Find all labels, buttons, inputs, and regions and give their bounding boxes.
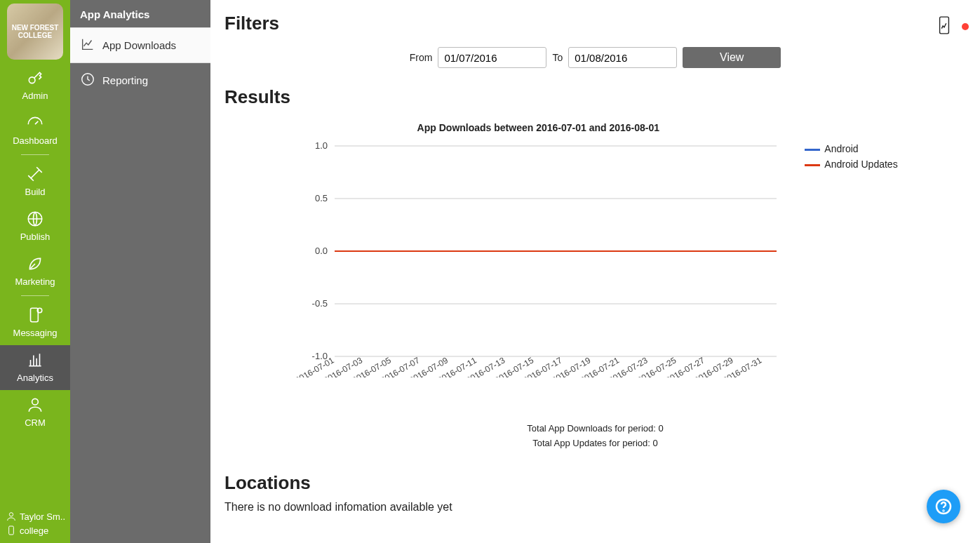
total-downloads: Total App Downloads for period: 0 [224, 422, 966, 436]
user-icon [6, 511, 17, 522]
org-row[interactable]: college [0, 523, 70, 537]
nav-analytics[interactable]: Analytics [0, 345, 70, 390]
nav-separator [21, 295, 49, 296]
legend-label: Android [824, 143, 858, 154]
user-name: Taylor Sm.. [20, 511, 65, 522]
brand-text: NEW FOREST COLLEGE [7, 24, 63, 39]
phone-icon [6, 525, 17, 536]
filters-heading: Filters [224, 13, 966, 34]
svg-point-4 [32, 398, 39, 405]
chart: App Downloads between 2016-07-01 and 201… [293, 122, 784, 380]
device-analytics-icon[interactable] [937, 15, 952, 37]
nav-messaging[interactable]: Messaging [0, 300, 70, 345]
secondary-nav: App Analytics App Downloads Reporting [70, 0, 210, 543]
nav-label: Build [25, 187, 46, 197]
nav-dashboard[interactable]: Dashboard [0, 108, 70, 153]
nav-publish[interactable]: Publish [0, 204, 70, 249]
top-right-controls [937, 15, 969, 37]
subnav-label: App Downloads [102, 39, 176, 51]
chart-legend: AndroidAndroid Updates [805, 122, 897, 174]
clock-icon [80, 72, 95, 89]
nav-crm[interactable]: CRM [0, 390, 70, 435]
nav-build[interactable]: Build [0, 159, 70, 204]
main-content: Filters From To View Results App Downloa… [210, 0, 980, 543]
filter-row: From To View [224, 40, 966, 81]
globe-icon [26, 210, 44, 230]
view-button[interactable]: View [683, 47, 781, 68]
messaging-icon [26, 306, 44, 326]
help-icon [935, 498, 952, 515]
total-updates: Total App Updates for period: 0 [224, 436, 966, 451]
key-icon [26, 69, 44, 89]
nav-label: Marketing [15, 276, 55, 287]
chart-container: App Downloads between 2016-07-01 and 201… [224, 122, 966, 380]
tools-icon [26, 165, 44, 185]
svg-point-0 [29, 77, 35, 83]
nav-label: Admin [22, 90, 48, 101]
brand-logo: NEW FOREST COLLEGE [7, 4, 63, 60]
nav-admin[interactable]: Admin [0, 63, 70, 108]
subnav-label: Reporting [102, 74, 148, 86]
subnav-reporting[interactable]: Reporting [70, 63, 210, 98]
status-dot [962, 23, 969, 30]
rocket-icon [26, 255, 44, 275]
legend-item: Android [805, 143, 897, 154]
primary-nav: NEW FOREST COLLEGE Admin Dashboard Build… [0, 0, 70, 543]
help-button[interactable] [927, 490, 960, 523]
totals: Total App Downloads for period: 0 Total … [224, 422, 966, 451]
nav-label: Publish [20, 232, 51, 242]
svg-point-5 [9, 513, 13, 516]
subnav-app-downloads[interactable]: App Downloads [70, 27, 210, 63]
svg-text:0.5: 0.5 [315, 193, 328, 203]
gauge-icon [26, 114, 44, 134]
chart-svg: -1.0-0.50.00.51.02016-07-012016-07-03201… [293, 139, 784, 377]
linechart-icon [80, 36, 95, 54]
to-label: To [552, 52, 563, 63]
nav-label: Dashboard [13, 135, 58, 146]
locations-heading: Locations [224, 472, 966, 494]
legend-label: Android Updates [824, 159, 897, 170]
results-heading: Results [224, 86, 966, 108]
locations-empty-text: There is no download infomation availabl… [224, 501, 966, 514]
from-label: From [410, 52, 433, 63]
svg-text:0.0: 0.0 [315, 246, 328, 256]
svg-text:1.0: 1.0 [315, 140, 328, 151]
nav-label: Analytics [17, 373, 53, 383]
crm-icon [26, 396, 44, 416]
analytics-icon [26, 351, 44, 371]
svg-rect-8 [940, 17, 949, 34]
nav-marketing[interactable]: Marketing [0, 249, 70, 294]
nav-footer: Taylor Sm.. college [0, 507, 70, 543]
chart-title: App Downloads between 2016-07-01 and 201… [293, 122, 784, 133]
subnav-title: App Analytics [70, 0, 210, 27]
svg-text:-0.5: -0.5 [312, 298, 328, 309]
svg-point-36 [944, 511, 944, 511]
user-row[interactable]: Taylor Sm.. [0, 509, 70, 523]
to-date-input[interactable] [568, 47, 677, 68]
nav-label: CRM [25, 417, 46, 428]
nav-separator [21, 154, 49, 155]
svg-rect-6 [9, 526, 14, 535]
legend-item: Android Updates [805, 159, 897, 170]
from-date-input[interactable] [438, 47, 546, 68]
nav-label: Messaging [13, 328, 58, 338]
org-name: college [20, 525, 48, 536]
